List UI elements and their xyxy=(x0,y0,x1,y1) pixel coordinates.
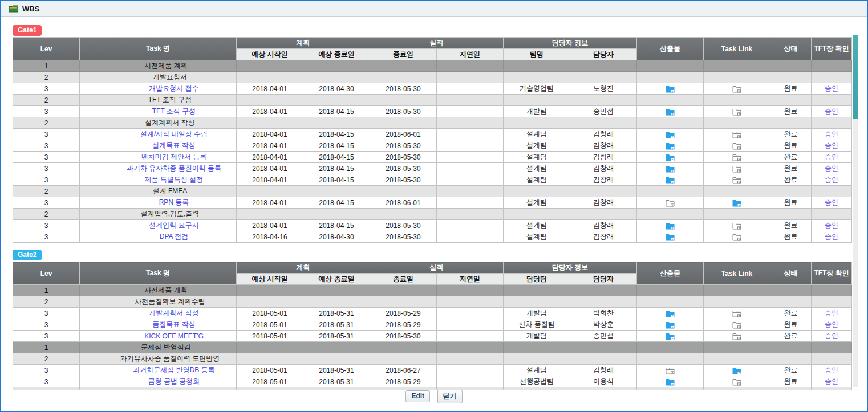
task-name-link[interactable]: 제품 특별특성 설정 xyxy=(145,176,204,183)
cell-confirm: 승인 xyxy=(812,308,852,319)
cell-delay xyxy=(437,353,504,365)
tasklink-folder-empty-icon[interactable] xyxy=(732,177,741,184)
cell-plan-start xyxy=(237,285,303,296)
task-name-link[interactable]: 설계입력 요구서 xyxy=(149,221,198,229)
task-name-link[interactable]: TFT 조직 구성 xyxy=(152,107,196,115)
gate2-badge: Gate2 xyxy=(13,250,42,260)
tasklink-folder-empty-icon[interactable] xyxy=(732,108,741,116)
output-folder-filled-icon[interactable] xyxy=(666,154,675,161)
tasklink-folder-empty-icon[interactable] xyxy=(732,154,741,161)
approve-link[interactable]: 승인 xyxy=(825,232,838,240)
output-folder-filled-icon[interactable] xyxy=(666,131,675,138)
output-folder-filled-icon[interactable] xyxy=(666,177,675,184)
output-folder-filled-icon[interactable] xyxy=(666,85,675,93)
tasklink-folder-empty-icon[interactable] xyxy=(732,321,741,329)
output-folder-filled-icon[interactable] xyxy=(666,222,675,230)
task-name-link[interactable]: 품질목표 작성 xyxy=(152,320,195,328)
approve-link[interactable]: 승인 xyxy=(825,84,838,92)
task-name-link[interactable]: 금형 공법 공청회 xyxy=(148,377,200,385)
cell-plan-end: 2018-04-15 xyxy=(303,220,370,231)
task-name-link[interactable]: 벤치마킹 제안서 등록 xyxy=(141,153,207,161)
tasklink-folder-empty-icon[interactable] xyxy=(732,333,741,340)
tasklink-folder-empty-icon[interactable] xyxy=(732,142,741,150)
approve-link[interactable]: 승인 xyxy=(825,377,838,385)
task-name-link[interactable]: 개발계획서 작성 xyxy=(149,309,198,317)
cell-plan-start: 2018-04-01 xyxy=(237,163,303,174)
cell-plan-start: 2018-04-01 xyxy=(237,83,303,95)
output-folder-filled-icon[interactable] xyxy=(666,378,675,386)
cell-plan-start xyxy=(237,117,303,129)
cell-owner: 송민섭 xyxy=(570,106,637,117)
task-name-link[interactable]: 과거차 유사차종 품질이력 등록 xyxy=(127,164,221,172)
tasklink-folder-filled-icon[interactable] xyxy=(732,199,741,207)
cell-status xyxy=(770,296,812,308)
tasklink-folder-filled-icon[interactable] xyxy=(732,367,741,374)
tasklink-folder-empty-icon[interactable] xyxy=(732,131,741,138)
output-folder-filled-icon[interactable] xyxy=(666,108,675,116)
approve-link[interactable]: 승인 xyxy=(825,221,838,229)
edit-button[interactable]: Edit xyxy=(405,390,430,402)
tasklink-folder-empty-icon[interactable] xyxy=(732,165,741,173)
tasklink-folder-empty-icon[interactable] xyxy=(732,310,741,317)
task-name-link[interactable]: DPA 점검 xyxy=(160,232,188,240)
output-folder-filled-icon[interactable] xyxy=(666,165,675,173)
folder-icon xyxy=(9,5,18,13)
cell-team: 개발팀 xyxy=(504,308,570,319)
cell-lev: 2 xyxy=(13,72,80,83)
approve-link[interactable]: 승인 xyxy=(825,164,838,172)
approve-link[interactable]: 승인 xyxy=(825,130,838,138)
cell-status: 완료 xyxy=(770,129,812,140)
cell-actual-end: 2018-05-29 xyxy=(370,308,437,319)
task-row-lev3: 3설계입력 요구서2018-04-012018-04-152018-05-30설… xyxy=(13,220,852,231)
approve-link[interactable]: 승인 xyxy=(825,141,838,149)
approve-link[interactable]: 승인 xyxy=(825,309,838,317)
cell-owner: 박희찬 xyxy=(570,308,637,319)
output-folder-empty-icon[interactable] xyxy=(666,199,675,207)
task-name-link[interactable]: 설계/시작 대일정 수립 xyxy=(140,130,208,138)
cell-team xyxy=(504,186,570,197)
approve-link[interactable]: 승인 xyxy=(825,366,838,374)
approve-link[interactable]: 승인 xyxy=(825,107,838,115)
output-folder-empty-icon[interactable] xyxy=(666,367,675,374)
output-folder-filled-icon[interactable] xyxy=(666,234,675,241)
close-button[interactable]: 닫기 xyxy=(437,390,463,403)
task-row-lev2: 2사전품질확보 계획수립 xyxy=(13,296,852,308)
cell-plan-end xyxy=(303,186,370,197)
output-folder-filled-icon[interactable] xyxy=(666,321,675,329)
tasklink-folder-empty-icon[interactable] xyxy=(732,85,741,93)
task-name-link[interactable]: 개발요청서 접수 xyxy=(149,84,198,92)
cell-confirm xyxy=(812,117,852,129)
vertical-scrollbar[interactable] xyxy=(853,35,858,387)
cell-actual-end: 2018-05-30 xyxy=(370,174,437,186)
output-folder-filled-icon[interactable] xyxy=(666,310,675,317)
cell-actual-end xyxy=(370,209,437,220)
cell-task-link xyxy=(704,353,770,365)
cell-plan-end: 2018-04-15 xyxy=(303,140,370,152)
cell-task-name: 사전품질확보 계획수립 xyxy=(80,296,237,308)
cell-delay xyxy=(437,220,504,231)
approve-link[interactable]: 승인 xyxy=(825,332,838,340)
output-folder-filled-icon[interactable] xyxy=(666,333,675,340)
cell-owner xyxy=(570,209,637,220)
cell-lev: 3 xyxy=(13,331,80,342)
approve-link[interactable]: 승인 xyxy=(825,153,838,161)
tasklink-folder-empty-icon[interactable] xyxy=(732,378,741,386)
cell-task-link xyxy=(704,231,770,243)
approve-link[interactable]: 승인 xyxy=(825,320,838,328)
cell-plan-start xyxy=(237,95,303,106)
task-name-link[interactable]: KICK OFF MEET'G xyxy=(144,332,204,340)
tasklink-folder-empty-icon[interactable] xyxy=(732,222,741,230)
approve-link[interactable]: 승인 xyxy=(825,176,838,183)
cell-plan-start: 2018-04-01 xyxy=(237,220,303,231)
output-folder-filled-icon[interactable] xyxy=(666,142,675,150)
cell-lev: 3 xyxy=(13,106,80,117)
cell-status: 완료 xyxy=(770,376,812,387)
cell-delay xyxy=(437,174,504,186)
tasklink-folder-empty-icon[interactable] xyxy=(732,234,741,241)
task-name-link[interactable]: 설계목표 작성 xyxy=(152,141,195,149)
scrollbar-thumb[interactable] xyxy=(853,35,858,119)
cell-output xyxy=(637,353,704,365)
task-name-link[interactable]: RPN 등록 xyxy=(159,198,189,206)
approve-link[interactable]: 승인 xyxy=(825,198,838,206)
task-name-link[interactable]: 과거차문제점 반영DB 등록 xyxy=(133,366,214,374)
